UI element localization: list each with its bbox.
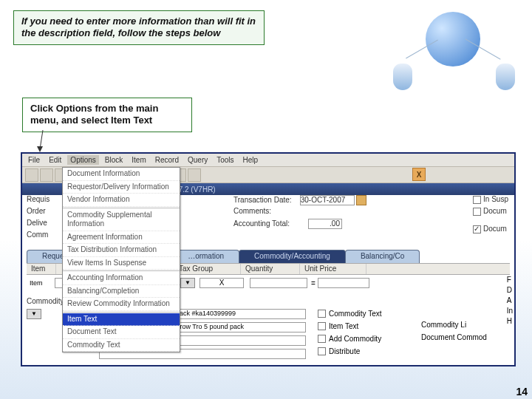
trunc-a: A bbox=[507, 296, 513, 306]
checkbox-commodity-text[interactable] bbox=[318, 310, 326, 318]
menu-item-review-commodity[interactable]: Review Commodity Information bbox=[63, 298, 180, 311]
col-qty: Quantity bbox=[241, 264, 300, 274]
menu-query[interactable]: Query bbox=[185, 155, 211, 165]
accounting-total-field: .00 bbox=[308, 219, 342, 229]
label-transaction-date: Transaction Date: bbox=[233, 196, 292, 204]
instruction-text: If you need to enter more information th… bbox=[21, 16, 256, 40]
label-in-suspense: In Susp bbox=[483, 195, 508, 203]
row-label-item: Item bbox=[27, 279, 55, 287]
options-dropdown: Document Information Requestor/Delivery … bbox=[62, 167, 180, 352]
menu-item-document-text[interactable]: Document Text bbox=[63, 326, 180, 339]
menu-record[interactable]: Record bbox=[152, 155, 182, 165]
menu-item[interactable]: Item bbox=[129, 155, 149, 165]
menu-item-document-info[interactable]: Document Information bbox=[63, 168, 180, 181]
accounting-total-value: .00 bbox=[330, 219, 340, 228]
globe-icon bbox=[426, 12, 480, 66]
label-document-2: Docum bbox=[483, 225, 507, 233]
label-accounting-total: Accounting Total: bbox=[233, 219, 290, 228]
close-button[interactable]: X bbox=[412, 168, 426, 181]
far-right-labels: Commodity Li Document Commod bbox=[421, 307, 487, 346]
menu-item-vendor-info[interactable]: Vendor Information bbox=[63, 194, 180, 207]
uom-dropdown-icon[interactable]: ▼ bbox=[180, 278, 195, 288]
tax-value: X bbox=[219, 279, 225, 287]
toolbar-button[interactable] bbox=[188, 168, 201, 182]
menu-options[interactable]: Options bbox=[67, 155, 98, 165]
instruction-text: Click Options from the main menu, and se… bbox=[30, 103, 184, 127]
commodity-dropdown-icon[interactable]: ▼ bbox=[27, 309, 41, 319]
col-price: Unit Price bbox=[300, 264, 366, 274]
trunc-in: In bbox=[507, 306, 513, 316]
checkbox-document-2[interactable] bbox=[473, 225, 481, 233]
label-order: Order bbox=[27, 207, 46, 215]
toolbar-button[interactable] bbox=[40, 168, 53, 182]
svg-marker-1 bbox=[37, 146, 43, 152]
tab-balancing[interactable]: Balancing/Co bbox=[345, 250, 420, 263]
menu-item-commodity-supp[interactable]: Commodity Supplemental Information bbox=[63, 209, 180, 231]
label-commodity: Comm bbox=[27, 231, 48, 239]
close-x-label: X bbox=[417, 171, 422, 179]
pointer-arrow bbox=[37, 130, 52, 155]
menu-separator bbox=[63, 270, 180, 271]
menu-item-balancing[interactable]: Balancing/Completion bbox=[63, 285, 180, 299]
label-document-commod: Document Commod bbox=[421, 333, 487, 341]
menu-separator bbox=[63, 312, 180, 313]
label-commodity-text: Commodity Text bbox=[329, 310, 382, 318]
trunc-d: D bbox=[507, 285, 513, 296]
menu-separator bbox=[63, 208, 180, 208]
menu-item-item-text[interactable]: Item Text bbox=[63, 313, 180, 327]
price-field[interactable] bbox=[318, 278, 369, 288]
bottom-checkboxes: Commodity Text Item Text Add Commodity D… bbox=[318, 307, 382, 358]
checkbox-add-commodity[interactable] bbox=[318, 335, 326, 343]
checkbox-item-text[interactable] bbox=[318, 322, 326, 330]
label-delivery: Delive bbox=[27, 219, 47, 227]
col-commodity: Commodity bbox=[27, 297, 64, 305]
instruction-callout-top: If you need to enter more information th… bbox=[13, 10, 265, 45]
transaction-date-value: 30-OCT-2007 bbox=[301, 196, 346, 204]
tab-commodity-accounting[interactable]: Commodity/Accounting bbox=[239, 250, 346, 263]
trunc-h: H bbox=[507, 316, 513, 327]
col-tax: Tax Group bbox=[174, 264, 241, 274]
instruction-callout-mid: Click Options from the main menu, and se… bbox=[22, 98, 192, 132]
globe-illustration bbox=[389, 4, 522, 93]
menu-item-tax-dist[interactable]: Tax Distribution Information bbox=[63, 244, 180, 257]
menu-block[interactable]: Block bbox=[102, 155, 126, 165]
app-window: File Edit Options Block Item Record Quer… bbox=[21, 152, 516, 366]
truncated-labels: F D A In H bbox=[507, 275, 513, 327]
label-requisition: Requis bbox=[27, 195, 50, 203]
checkbox-distribute[interactable] bbox=[318, 347, 326, 355]
menu-file[interactable]: File bbox=[25, 155, 43, 165]
menu-tools[interactable]: Tools bbox=[214, 155, 236, 165]
menu-help[interactable]: Help bbox=[240, 155, 262, 165]
tab-information[interactable]: …ormation bbox=[172, 250, 239, 263]
page-number: 14 bbox=[516, 386, 528, 398]
label-commodity-li: Commodity Li bbox=[421, 321, 466, 329]
tax-field[interactable]: X bbox=[200, 278, 244, 288]
label-document-1: Docum bbox=[483, 207, 507, 215]
menu-item-commodity-text[interactable]: Commodity Text bbox=[63, 339, 180, 352]
menu-edit[interactable]: Edit bbox=[46, 155, 64, 165]
menubar: File Edit Options Block Item Record Quer… bbox=[22, 154, 514, 167]
checkbox-in-suspense[interactable] bbox=[473, 196, 481, 204]
mouse-icon bbox=[393, 64, 412, 90]
menu-item-accounting-info[interactable]: Accounting Information bbox=[63, 272, 180, 285]
menu-item-view-suspense[interactable]: View Items In Suspense bbox=[63, 257, 180, 270]
menu-item-agreement-info[interactable]: Agreement Information bbox=[63, 231, 180, 245]
transaction-date-field[interactable]: 30-OCT-2007 bbox=[300, 195, 355, 205]
label-add-commodity: Add Commodity bbox=[329, 335, 381, 343]
qty-field[interactable] bbox=[250, 278, 307, 288]
trunc-f: F bbox=[507, 275, 513, 285]
calendar-icon[interactable] bbox=[356, 195, 366, 205]
label-comments: Comments: bbox=[233, 207, 271, 215]
checkbox-document-1[interactable] bbox=[473, 208, 481, 216]
toolbar-button[interactable] bbox=[25, 168, 38, 182]
label-item-text: Item Text bbox=[329, 322, 358, 330]
col-item: Item bbox=[27, 264, 56, 274]
mouse-icon bbox=[496, 64, 515, 90]
equals-label: = bbox=[309, 279, 318, 287]
menu-item-requestor-delivery[interactable]: Requestor/Delivery Information bbox=[63, 181, 180, 194]
label-distribute: Distribute bbox=[329, 347, 360, 355]
